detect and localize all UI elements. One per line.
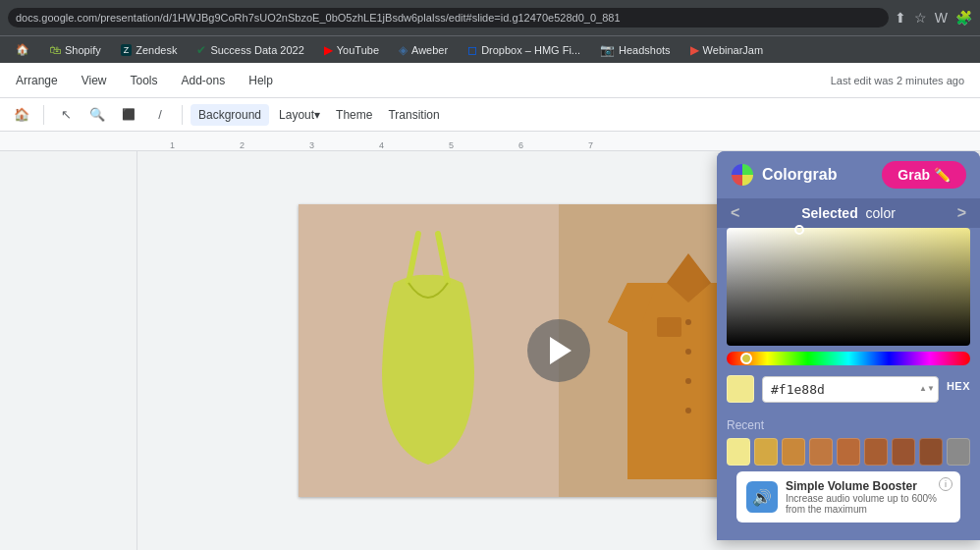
recent-color-7[interactable] <box>919 438 943 466</box>
nav-next-button[interactable]: > <box>957 204 966 222</box>
home-icon[interactable]: 🏠 <box>8 101 35 129</box>
tank-top-svg <box>299 204 559 497</box>
menu-help[interactable]: Help <box>241 70 281 91</box>
play-button[interactable] <box>527 319 590 382</box>
color-swatch <box>727 375 754 403</box>
slides-toolbar2: 🏠 ↖ 🔍 ⬛ / Background Layout ▾ Theme Tran… <box>0 98 980 132</box>
bookmark-success[interactable]: ✔ Success Data 2022 <box>189 41 311 59</box>
bookmark-aweber[interactable]: ◈ Aweber <box>391 41 456 59</box>
colorgrab-panel: Colorgrab Grab ✏️ < Selected color > <box>717 151 980 540</box>
svg-point-5 <box>685 349 691 355</box>
ruler-mark-2: 2 <box>207 140 277 150</box>
layout-arrow-icon: ▾ <box>314 108 320 122</box>
hex-spinner[interactable]: ▲▼ <box>919 385 935 393</box>
svg-point-6 <box>685 378 691 384</box>
recent-label: Recent <box>727 418 970 432</box>
menu-tools[interactable]: Tools <box>123 70 166 91</box>
volume-booster-title: Simple Volume Booster <box>786 479 951 493</box>
bookmark-webinarjam[interactable]: ▶ WebinarJam <box>682 41 772 59</box>
color-gradient-picker[interactable] <box>727 228 970 346</box>
menu-arrange[interactable]: Arrange <box>8 70 66 91</box>
hue-cursor[interactable] <box>740 353 752 364</box>
bookmark-youtube[interactable]: ▶ YouTube <box>316 41 387 59</box>
share-icon[interactable]: ⬆ <box>895 10 906 26</box>
shopify-icon: 🛍 <box>49 43 61 57</box>
menu-view[interactable]: View <box>74 70 115 91</box>
ruler-mark-6: 6 <box>486 140 556 150</box>
ruler: 1 2 3 4 5 6 7 <box>0 132 980 151</box>
color-nav: < Selected color > <box>717 198 980 228</box>
divider <box>43 105 44 125</box>
ruler-mark-5: 5 <box>416 140 486 150</box>
recent-color-6[interactable] <box>892 438 915 466</box>
selected-label: Selected <box>801 205 858 221</box>
svg-point-7 <box>685 408 691 413</box>
headshots-icon: 📷 <box>600 43 615 57</box>
zendesk-icon: Z <box>121 44 133 56</box>
select-tool-icon[interactable]: ⬛ <box>115 101 142 129</box>
slides-panel <box>0 151 137 550</box>
theme-button[interactable]: Theme <box>330 101 378 129</box>
extension-icon[interactable]: 🧩 <box>955 10 972 26</box>
hex-label: HEX <box>947 380 970 398</box>
bookmark-shopify-label: Shopify <box>65 44 101 56</box>
bookmark-shopify[interactable]: 🛍 Shopify <box>41 41 109 59</box>
ruler-mark-3: 3 <box>277 140 347 150</box>
recent-color-1[interactable] <box>754 438 778 466</box>
dropbox-icon: ◻ <box>467 43 477 57</box>
recent-color-3[interactable] <box>809 438 833 466</box>
recent-color-2[interactable] <box>782 438 805 466</box>
recent-color-0[interactable] <box>727 438 750 466</box>
search-icon[interactable]: 🔍 <box>83 101 111 129</box>
color-nav-label: Selected color <box>801 205 896 221</box>
bookmark-dropbox[interactable]: ◻ Dropbox – HMG Fi... <box>460 41 588 59</box>
info-icon[interactable]: i <box>939 477 953 491</box>
last-edit-text: Last edit was 2 minutes ago <box>831 75 972 86</box>
play-triangle-icon <box>550 337 572 364</box>
gradient-cursor[interactable] <box>794 225 804 235</box>
background-button[interactable]: Background <box>191 104 269 126</box>
grab-button[interactable]: Grab ✏️ <box>882 161 966 189</box>
volume-booster-notification: 🔊 Simple Volume Booster Increase audio v… <box>736 471 960 522</box>
recent-color-8[interactable] <box>947 438 970 466</box>
recent-section: Recent 🔊 Simple Volume Booster <box>717 411 980 540</box>
excel-icon: ✔ <box>196 43 206 57</box>
cursor-icon[interactable]: ↖ <box>52 101 80 129</box>
bookmark-headshots[interactable]: 📷 Headshots <box>592 41 679 59</box>
bookmark-zendesk-label: Zendesk <box>136 44 177 56</box>
grab-button-label: Grab <box>898 167 930 183</box>
ruler-mark-1: 1 <box>137 140 207 150</box>
recent-color-5[interactable] <box>864 438 888 466</box>
bookmarks-bar: 🏠 🛍 Shopify Z Zendesk ✔ Success Data 202… <box>0 35 980 63</box>
colorgrab-title: Colorgrab <box>762 166 874 184</box>
svg-rect-8 <box>657 317 681 337</box>
main-area: Colorgrab Grab ✏️ < Selected color > <box>0 151 980 550</box>
star-icon[interactable]: ☆ <box>914 10 927 26</box>
layout-dropdown[interactable]: Layout ▾ <box>273 101 326 129</box>
webinarjam-icon: ▶ <box>690 43 699 57</box>
colorgrab-header: Colorgrab Grab ✏️ <box>717 151 980 198</box>
transition-button[interactable]: Transition <box>382 101 445 129</box>
hue-slider[interactable] <box>727 352 970 365</box>
recent-color-4[interactable] <box>837 438 860 466</box>
bookmark-aweber-label: Aweber <box>411 44 448 56</box>
nav-prev-button[interactable]: < <box>731 204 739 222</box>
bookmark-webinarjam-label: WebinarJam <box>703 44 764 56</box>
bookmark-success-label: Success Data 2022 <box>210 44 303 56</box>
colorgrab-logo-icon <box>731 163 754 187</box>
bookmark-headshots-label: Headshots <box>619 44 671 56</box>
menu-addons[interactable]: Add-ons <box>174 70 234 91</box>
pencil-grab-icon: ✏️ <box>934 167 951 183</box>
word-icon[interactable]: W <box>935 10 948 26</box>
bookmark-home[interactable]: 🏠 <box>8 41 37 58</box>
browser-icons: ⬆ ☆ W 🧩 <box>895 10 972 26</box>
bookmark-zendesk[interactable]: Z Zendesk <box>113 42 186 58</box>
ruler-mark-7: 7 <box>556 140 626 150</box>
aweber-icon: ◈ <box>399 43 408 57</box>
bookmark-yt-label: YouTube <box>337 44 379 56</box>
hex-input[interactable] <box>762 376 939 403</box>
pencil-icon[interactable]: / <box>146 101 174 129</box>
layout-label: Layout <box>279 108 314 122</box>
hex-input-wrapper: ▲▼ <box>762 376 939 403</box>
url-bar[interactable]: docs.google.com/presentation/d/1HWJBg9Co… <box>8 8 889 28</box>
